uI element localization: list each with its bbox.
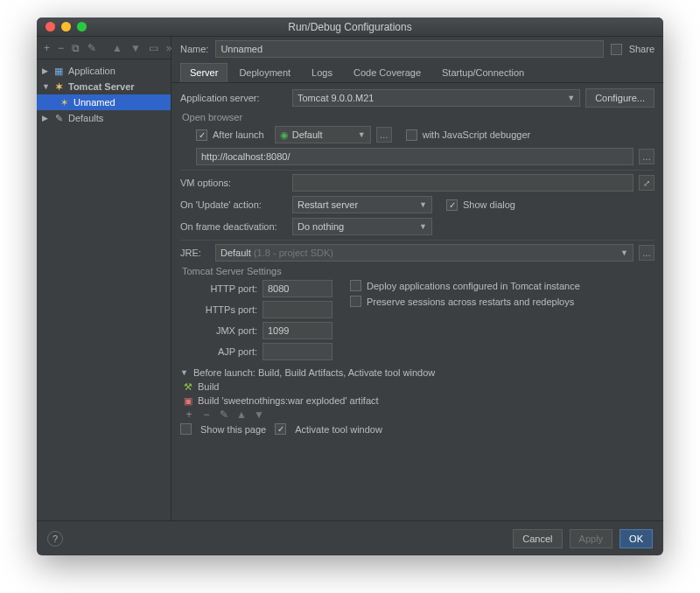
select-value: Do nothing bbox=[298, 221, 344, 232]
activate-tool-checkbox[interactable]: ✓ bbox=[275, 423, 286, 435]
settings-icon[interactable]: ✎ bbox=[88, 43, 96, 53]
tomcat-icon: ✶ bbox=[58, 97, 70, 108]
app-server-label: Application server: bbox=[180, 93, 287, 103]
activate-tool-label: Activate tool window bbox=[295, 424, 382, 435]
sidebar: + − ⧉ ✎ ▲ ▼ ▭ » ▶ ▦ Application ▼ ✶ bbox=[37, 37, 172, 520]
select-value: Restart server bbox=[298, 199, 358, 210]
show-page-label: Show this page bbox=[200, 424, 266, 435]
folder-icon[interactable]: ▭ bbox=[149, 43, 158, 53]
deploy-apps-checkbox[interactable] bbox=[350, 280, 361, 291]
dialog-body: + − ⧉ ✎ ▲ ▼ ▭ » ▶ ▦ Application ▼ ✶ bbox=[37, 37, 663, 520]
name-row: Name: Share bbox=[172, 37, 663, 61]
tomcat-icon: ✶ bbox=[52, 81, 65, 93]
tree-label: Defaults bbox=[68, 113, 103, 123]
remove-icon[interactable]: − bbox=[201, 409, 212, 420]
expand-icon[interactable]: ⤢ bbox=[639, 175, 654, 191]
edit-icon[interactable]: ✎ bbox=[219, 409, 229, 420]
select-value: Default bbox=[220, 248, 251, 258]
http-port-input[interactable] bbox=[262, 280, 332, 297]
bl-label: Build bbox=[198, 381, 219, 392]
ajp-port-input[interactable] bbox=[262, 343, 332, 360]
chevron-right-icon: ▶ bbox=[42, 66, 49, 75]
select-value: Tomcat 9.0.0.M21 bbox=[298, 93, 374, 103]
tree-label: Unnamed bbox=[74, 97, 116, 108]
tab-logs[interactable]: Logs bbox=[302, 63, 342, 82]
config-tree: ▶ ▦ Application ▼ ✶ Tomcat Server ✶ Unna… bbox=[37, 59, 171, 520]
help-button[interactable]: ? bbox=[47, 531, 63, 547]
cancel-button[interactable]: Cancel bbox=[513, 529, 562, 548]
jmx-port-label: JMX port: bbox=[196, 325, 257, 336]
chevron-down-icon: ▼ bbox=[620, 248, 628, 257]
app-server-select[interactable]: Tomcat 9.0.0.M21 ▼ bbox=[292, 89, 580, 107]
url-input[interactable] bbox=[196, 148, 634, 165]
copy-icon[interactable]: ⧉ bbox=[72, 43, 80, 53]
add-icon[interactable]: + bbox=[184, 409, 194, 420]
chrome-icon: ◉ bbox=[280, 129, 289, 141]
chevron-down-icon: ▼ bbox=[358, 130, 366, 139]
main-panel: Name: Share Server Deployment Logs Code … bbox=[172, 37, 663, 520]
up-icon[interactable]: ▲ bbox=[236, 409, 247, 420]
update-action-select[interactable]: Restart server ▼ bbox=[292, 196, 432, 213]
chevron-down-icon: ▼ bbox=[419, 200, 427, 209]
deploy-apps-label: Deploy applications configured in Tomcat… bbox=[367, 281, 580, 291]
before-launch-item[interactable]: ▣ Build 'sweetnothings:war exploded' art… bbox=[180, 394, 654, 408]
tomcat-settings-title: Tomcat Server Settings bbox=[182, 266, 654, 276]
chevron-down-icon[interactable]: ▼ bbox=[180, 368, 188, 377]
js-debugger-checkbox[interactable] bbox=[406, 129, 417, 141]
titlebar: Run/Debug Configurations bbox=[37, 17, 663, 37]
jre-more-button[interactable]: … bbox=[639, 245, 654, 261]
name-label: Name: bbox=[180, 44, 208, 54]
tab-startup-connection[interactable]: Startup/Connection bbox=[432, 63, 534, 82]
down-icon[interactable]: ▼ bbox=[254, 409, 264, 420]
down-icon[interactable]: ▼ bbox=[130, 43, 141, 53]
browser-more-button[interactable]: … bbox=[376, 127, 392, 143]
show-dialog-checkbox[interactable]: ✓ bbox=[446, 199, 458, 211]
window-title: Run/Debug Configurations bbox=[37, 21, 663, 33]
tree-item-tomcat-server[interactable]: ▼ ✶ Tomcat Server bbox=[37, 79, 171, 94]
apply-button[interactable]: Apply bbox=[570, 529, 613, 548]
ajp-port-label: AJP port: bbox=[196, 346, 257, 357]
name-input[interactable] bbox=[215, 40, 603, 58]
select-value: Default bbox=[292, 129, 323, 140]
share-checkbox[interactable] bbox=[611, 44, 622, 55]
tree-item-unnamed[interactable]: ✶ Unnamed bbox=[37, 94, 171, 110]
url-more-button[interactable]: … bbox=[639, 149, 654, 164]
frame-deact-select[interactable]: Do nothing ▼ bbox=[292, 218, 432, 235]
show-dialog-label: Show dialog bbox=[463, 199, 515, 210]
js-debugger-label: with JavaScript debugger bbox=[423, 129, 531, 140]
artifact-icon: ▣ bbox=[184, 395, 192, 407]
after-launch-label: After launch bbox=[213, 129, 264, 140]
configure-button[interactable]: Configure... bbox=[585, 88, 654, 108]
browser-select[interactable]: ◉Default ▼ bbox=[275, 126, 371, 143]
jre-label: JRE: bbox=[180, 248, 210, 258]
https-port-input[interactable] bbox=[262, 301, 332, 318]
show-page-checkbox[interactable] bbox=[180, 423, 192, 435]
update-action-label: On 'Update' action: bbox=[180, 199, 287, 210]
ok-button[interactable]: OK bbox=[620, 529, 653, 548]
tab-code-coverage[interactable]: Code Coverage bbox=[344, 63, 430, 82]
tab-content: Application server: Tomcat 9.0.0.M21 ▼ C… bbox=[172, 83, 663, 520]
chevron-right-icon: ▶ bbox=[42, 114, 49, 122]
tree-item-defaults[interactable]: ▶ ✎ Defaults bbox=[37, 110, 171, 126]
https-port-label: HTTPs port: bbox=[196, 304, 257, 315]
tab-deployment[interactable]: Deployment bbox=[229, 63, 300, 82]
after-launch-checkbox[interactable]: ✓ bbox=[196, 129, 207, 141]
tab-server[interactable]: Server bbox=[180, 63, 228, 82]
chevron-down-icon: ▼ bbox=[567, 94, 575, 102]
remove-icon[interactable]: − bbox=[58, 43, 64, 53]
before-launch-item[interactable]: ⚒ Build bbox=[180, 380, 654, 394]
jmx-port-input[interactable] bbox=[262, 322, 332, 339]
tree-item-application[interactable]: ▶ ▦ Application bbox=[37, 63, 171, 79]
open-browser-title: Open browser bbox=[182, 112, 654, 122]
preserve-sessions-checkbox[interactable] bbox=[350, 296, 361, 307]
bl-label: Build 'sweetnothings:war exploded' artif… bbox=[198, 395, 379, 406]
jre-hint: (1.8 - project SDK) bbox=[254, 248, 333, 258]
preserve-sessions-label: Preserve sessions across restarts and re… bbox=[367, 296, 574, 307]
add-icon[interactable]: + bbox=[44, 43, 50, 53]
up-icon[interactable]: ▲ bbox=[112, 43, 122, 53]
vm-options-input[interactable] bbox=[292, 174, 634, 192]
jre-select[interactable]: Default (1.8 - project SDK) ▼ bbox=[215, 244, 634, 262]
before-launch-title: Before launch: Build, Build Artifacts, A… bbox=[193, 367, 435, 378]
frame-deact-label: On frame deactivation: bbox=[180, 221, 287, 232]
wrench-icon: ✎ bbox=[52, 113, 65, 124]
